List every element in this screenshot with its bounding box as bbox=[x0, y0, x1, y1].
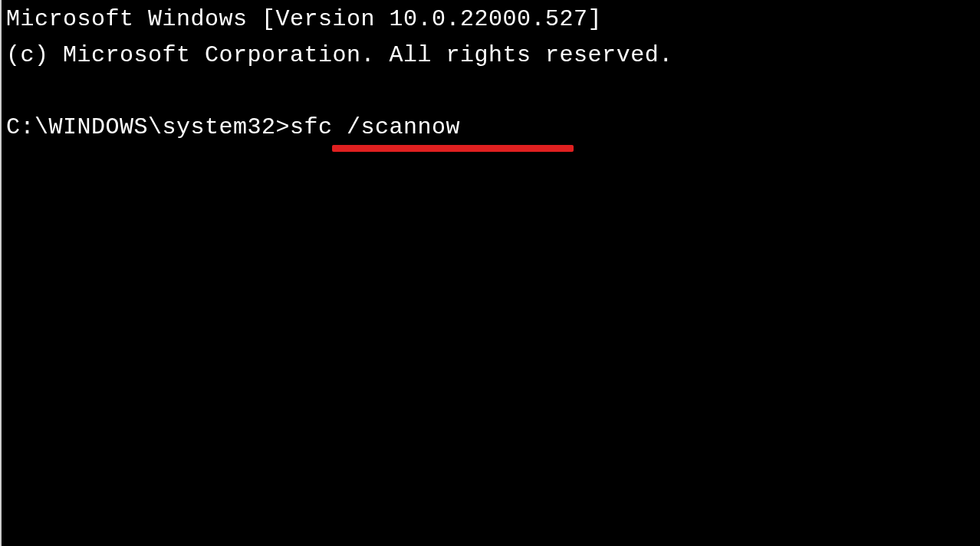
copyright-line: (c) Microsoft Corporation. All rights re… bbox=[6, 38, 974, 74]
command-line-wrapper: C:\WINDOWS\system32>sfc /scannow bbox=[6, 110, 974, 146]
version-line: Microsoft Windows [Version 10.0.22000.52… bbox=[6, 2, 974, 38]
window-left-border bbox=[0, 0, 2, 546]
red-underline-annotation bbox=[332, 145, 574, 152]
command-line: C:\WINDOWS\system32>sfc /scannow bbox=[6, 110, 974, 146]
prompt-text: C:\WINDOWS\system32> bbox=[6, 114, 290, 140]
terminal-output[interactable]: Microsoft Windows [Version 10.0.22000.52… bbox=[6, 2, 974, 146]
command-input[interactable]: sfc /scannow bbox=[290, 114, 460, 140]
